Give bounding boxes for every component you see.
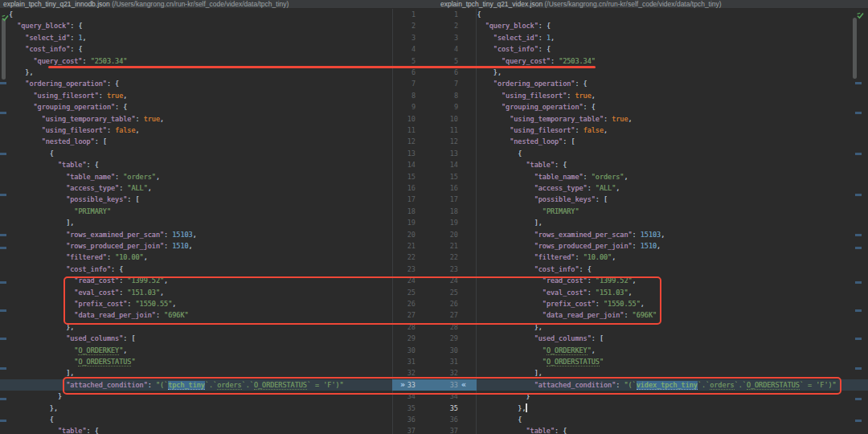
line-number[interactable]: 37 [426, 425, 458, 434]
line-number[interactable]: 4 [383, 43, 416, 55]
diff-change-stripe-mark[interactable] [855, 338, 862, 340]
line-number[interactable]: 20 [426, 229, 458, 240]
diff-change-stripe-mark[interactable] [0, 398, 6, 400]
code-line[interactable]: "cost_info": { [9, 264, 123, 275]
line-number[interactable]: 7 [426, 78, 458, 89]
diff-change-stripe-mark[interactable] [855, 247, 862, 249]
line-number[interactable]: 2 [426, 20, 458, 31]
line-number[interactable]: 36 [426, 414, 458, 425]
line-number[interactable]: 29 [426, 333, 458, 344]
code-line[interactable]: "ordering_operation": { [9, 78, 119, 89]
code-line[interactable]: "query_cost": "2503.34" [9, 55, 127, 67]
code-line[interactable]: "using_filesort": false, [9, 125, 140, 136]
diff-change-stripe-mark[interactable] [0, 247, 6, 249]
line-number[interactable]: 4 [426, 43, 458, 55]
code-line[interactable]: "table": { [477, 425, 567, 434]
code-line[interactable]: "O_ORDERKEY", [9, 345, 127, 356]
diff-change-stripe-mark[interactable] [855, 309, 862, 312]
line-number[interactable]: 21 [383, 240, 416, 252]
line-number[interactable]: 12 [426, 136, 458, 147]
code-line[interactable]: ], [477, 217, 542, 228]
code-line[interactable]: "filtered": "10.00", [9, 252, 148, 263]
code-line[interactable]: } [9, 391, 62, 402]
diff-change-stripe-mark[interactable] [0, 420, 6, 422]
code-line[interactable]: "rows_examined_per_scan": 15103, [9, 229, 197, 240]
code-line[interactable]: "table": { [477, 159, 567, 170]
code-line[interactable]: "possible_keys": [ [9, 194, 140, 205]
line-number[interactable]: 37 [383, 425, 416, 434]
code-line[interactable]: "table_name": "orders", [477, 171, 628, 182]
line-number[interactable]: 7 [383, 78, 416, 89]
line-number[interactable]: 20 [383, 229, 416, 240]
code-line[interactable]: }, [9, 403, 58, 414]
line-number[interactable]: 9 [426, 101, 458, 113]
line-number[interactable]: 11 [426, 125, 458, 136]
code-line[interactable]: "grouping_operation": { [477, 101, 596, 113]
code-line[interactable]: "using_temporary_table": true, [9, 113, 164, 125]
code-line[interactable]: }, [477, 403, 526, 414]
diff-change-stripe-mark[interactable] [0, 234, 6, 236]
code-line[interactable]: "cost_info": { [477, 264, 592, 275]
line-number[interactable]: 19 [426, 217, 458, 228]
diff-change-stripe-mark[interactable] [0, 112, 6, 114]
code-line[interactable]: "used_columns": [ [477, 333, 604, 344]
diff-change-stripe-mark[interactable] [855, 398, 862, 400]
code-line[interactable]: "O_ORDERSTATUS" [477, 356, 604, 367]
line-number[interactable]: 14 [426, 159, 458, 170]
code-line[interactable]: "filtered": "10.00", [477, 252, 616, 263]
line-number[interactable]: 35 [426, 403, 458, 414]
line-number[interactable]: 36 [383, 414, 416, 425]
code-line[interactable]: "grouping_operation": { [9, 101, 127, 113]
line-number[interactable]: 1 [383, 9, 416, 20]
code-line[interactable]: "query_block": { [477, 20, 551, 31]
line-number[interactable]: 9 [383, 101, 416, 113]
code-line[interactable]: "cost_info": { [477, 43, 551, 55]
code-line[interactable]: "table": { [9, 159, 99, 170]
line-number[interactable]: 31 [383, 356, 416, 367]
code-line[interactable]: "possible_keys": [ [477, 194, 608, 205]
code-line[interactable]: "table_name": "orders", [9, 171, 160, 182]
diff-change-stripe-mark[interactable] [855, 153, 862, 155]
code-line[interactable]: { [9, 148, 54, 159]
line-number[interactable]: 16 [426, 182, 458, 194]
code-line[interactable]: { [9, 9, 13, 20]
line-number[interactable]: 15 [383, 171, 416, 182]
code-line[interactable]: { [477, 9, 481, 20]
line-number[interactable]: 3 [383, 32, 416, 43]
diff-change-stripe-mark[interactable] [0, 281, 6, 284]
code-line[interactable]: "using_temporary_table": true, [477, 113, 633, 125]
diff-change-stripe-mark[interactable] [855, 234, 862, 236]
code-line[interactable]: { [477, 414, 522, 425]
diff-change-stripe-mark[interactable] [855, 194, 862, 196]
line-number[interactable]: 15 [426, 171, 458, 182]
line-number[interactable]: 29 [383, 333, 416, 344]
line-number[interactable]: 1 [426, 9, 458, 20]
code-line[interactable]: ], [9, 217, 74, 228]
line-number[interactable]: 18 [426, 206, 458, 217]
diff-change-stripe-mark[interactable] [0, 309, 6, 312]
line-number[interactable]: 16 [383, 182, 416, 194]
code-line[interactable]: "access_type": "ALL", [9, 182, 152, 194]
diff-change-stripe-mark[interactable] [0, 367, 6, 370]
code-line[interactable]: }, [477, 67, 502, 78]
code-line[interactable]: "select_id": 1, [477, 32, 555, 43]
code-line[interactable]: "PRIMARY" [9, 206, 111, 217]
code-line[interactable]: "select_id": 1, [9, 32, 87, 43]
left-scrollbar-thumb[interactable] [2, 18, 6, 80]
line-number[interactable]: 12 [383, 136, 416, 147]
line-number[interactable]: 35 [383, 403, 416, 414]
line-number[interactable]: 14 [383, 159, 416, 170]
line-number[interactable]: 3 [426, 32, 458, 43]
line-number[interactable]: 17 [383, 194, 416, 205]
line-number[interactable]: 21 [426, 240, 458, 252]
line-number[interactable]: 11 [383, 125, 416, 136]
line-number[interactable]: 22 [383, 252, 416, 263]
line-number[interactable]: 8 [426, 90, 458, 101]
diff-change-stripe-mark[interactable] [0, 338, 6, 340]
line-number[interactable]: 19 [383, 217, 416, 228]
code-line[interactable]: "cost_info": { [9, 43, 82, 55]
code-line[interactable]: "access_type": "ALL", [477, 182, 620, 194]
code-line[interactable]: { [9, 414, 54, 425]
code-line[interactable]: "using_filesort": true, [9, 90, 127, 101]
code-line[interactable]: "nested_loop": [ [9, 136, 107, 147]
